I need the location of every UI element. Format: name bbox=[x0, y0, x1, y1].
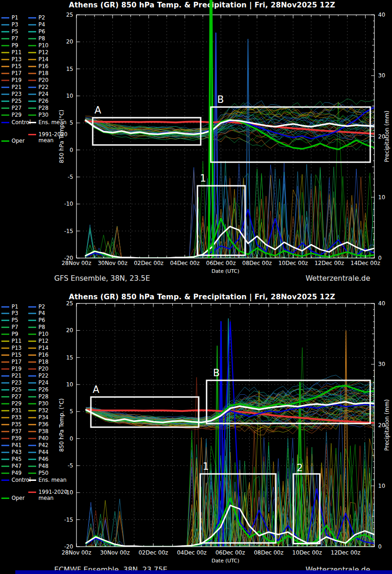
legend-label: P24 bbox=[38, 380, 49, 386]
legend-swatch bbox=[28, 306, 36, 308]
legend-label: P9 bbox=[12, 43, 18, 49]
legend-label: P17 bbox=[12, 70, 22, 76]
legend-item-p45: P45 bbox=[1, 456, 22, 462]
legend-item-p11: P11 bbox=[1, 49, 22, 56]
legend-swatch bbox=[1, 140, 9, 142]
legend-item-p8: P8 bbox=[28, 35, 45, 42]
legend-item-p28: P28 bbox=[28, 105, 49, 112]
legend-item-p23: P23 bbox=[1, 380, 22, 386]
legend-label: P26 bbox=[38, 98, 49, 104]
legend-swatch bbox=[28, 473, 36, 474]
legend-swatch bbox=[1, 52, 9, 53]
legend-swatch bbox=[28, 31, 36, 32]
legend-swatch bbox=[1, 347, 9, 349]
legend-label: P32 bbox=[38, 408, 49, 414]
legend-swatch bbox=[1, 101, 9, 102]
legend-swatch bbox=[28, 410, 36, 411]
legend-swatch bbox=[1, 334, 9, 335]
legend-item-p6: P6 bbox=[28, 317, 45, 324]
legend-swatch bbox=[28, 101, 36, 102]
legend-swatch bbox=[28, 492, 36, 493]
legend-label: P21 bbox=[12, 373, 22, 379]
legend-item-p29: P29 bbox=[1, 400, 22, 407]
legend-item-p21: P21 bbox=[1, 84, 22, 91]
legend-item-p9: P9 bbox=[1, 331, 18, 338]
legend-swatch bbox=[1, 445, 9, 446]
legend-swatch bbox=[1, 306, 9, 308]
legend-swatch bbox=[1, 94, 9, 95]
legend-swatch bbox=[1, 431, 9, 432]
legend-label: P5 bbox=[12, 29, 18, 35]
legend-label: Ens. mean bbox=[38, 477, 66, 483]
legend-swatch bbox=[1, 473, 9, 474]
legend-label: 1991-2020mean bbox=[38, 489, 68, 501]
legend-item-p48: P48 bbox=[28, 463, 49, 469]
legend-label: P14 bbox=[38, 57, 49, 63]
legend-label: P3 bbox=[12, 310, 18, 316]
legend-label: P26 bbox=[38, 387, 49, 393]
legend-swatch bbox=[28, 459, 36, 460]
legend-item-p25: P25 bbox=[1, 98, 22, 105]
legend-item-control: Control bbox=[1, 477, 31, 483]
legend-label: P6 bbox=[38, 29, 45, 35]
legend-item-p44: P44 bbox=[28, 449, 49, 455]
legend-swatch bbox=[28, 73, 36, 74]
legend-item-p20: P20 bbox=[28, 366, 49, 372]
legend-swatch bbox=[1, 361, 9, 363]
legend-label: P18 bbox=[38, 359, 49, 365]
legend-item-oper: Oper bbox=[1, 138, 25, 144]
legend-item-p8: P8 bbox=[28, 324, 45, 331]
legend-label: P11 bbox=[12, 338, 22, 344]
legend-item-p29: P29 bbox=[1, 112, 22, 119]
legend-item-control: Control bbox=[1, 119, 31, 126]
legend-label: P29 bbox=[12, 112, 22, 118]
legend-label: P28 bbox=[38, 394, 49, 400]
legend-swatch bbox=[1, 38, 9, 39]
legend-label: P39 bbox=[12, 435, 22, 442]
legend-label: P48 bbox=[38, 463, 49, 469]
legend-item-ens-mean: Ens. mean bbox=[28, 477, 66, 483]
legend-swatch bbox=[1, 59, 9, 60]
legend-item-p24: P24 bbox=[28, 91, 49, 98]
legend-label: P33 bbox=[12, 415, 22, 421]
legend-label: P43 bbox=[12, 449, 22, 455]
legend-item-p36: P36 bbox=[28, 421, 49, 428]
legend-swatch bbox=[1, 313, 9, 314]
legend-swatch bbox=[28, 52, 36, 53]
legend-item-p19: P19 bbox=[1, 77, 22, 84]
legend-item-p12: P12 bbox=[28, 338, 49, 345]
legend-item-p6: P6 bbox=[28, 28, 45, 35]
legend-item-p33: P33 bbox=[1, 414, 22, 421]
legend-item-p26: P26 bbox=[28, 98, 49, 105]
legend-swatch bbox=[1, 382, 9, 384]
legend-item-p7: P7 bbox=[1, 35, 18, 42]
legend-label: P46 bbox=[38, 456, 49, 462]
legend-label: P24 bbox=[38, 91, 49, 97]
legend-label: P44 bbox=[38, 449, 49, 455]
legend-label: P16 bbox=[38, 352, 49, 358]
legend-item-p1: P1 bbox=[1, 303, 18, 310]
legend-label: P25 bbox=[12, 387, 22, 393]
legend-swatch bbox=[1, 424, 9, 425]
legend-item-p46: P46 bbox=[28, 456, 49, 462]
legend-item-p1: P1 bbox=[1, 14, 18, 21]
legend-label: Ens. mean bbox=[38, 120, 66, 126]
legend-item-p34: P34 bbox=[28, 414, 49, 421]
legend-label: P30 bbox=[38, 112, 49, 118]
legend-swatch bbox=[1, 410, 9, 411]
legend-label: P13 bbox=[12, 57, 22, 63]
legend-item-p35: P35 bbox=[1, 421, 22, 428]
legend-swatch bbox=[28, 327, 36, 328]
legend-swatch bbox=[28, 80, 36, 81]
legend-item-p13: P13 bbox=[1, 345, 22, 352]
legend-label: P37 bbox=[12, 429, 22, 435]
legend-item-p42: P42 bbox=[28, 442, 49, 448]
legend-swatch bbox=[28, 38, 36, 39]
legend-label: P10 bbox=[38, 43, 49, 49]
legend-swatch bbox=[28, 382, 36, 384]
legend-label: P36 bbox=[38, 422, 49, 428]
legend-label: P35 bbox=[12, 422, 22, 428]
legend-swatch bbox=[28, 361, 36, 363]
legend-label: P19 bbox=[12, 77, 22, 83]
legend-swatch bbox=[1, 327, 9, 328]
